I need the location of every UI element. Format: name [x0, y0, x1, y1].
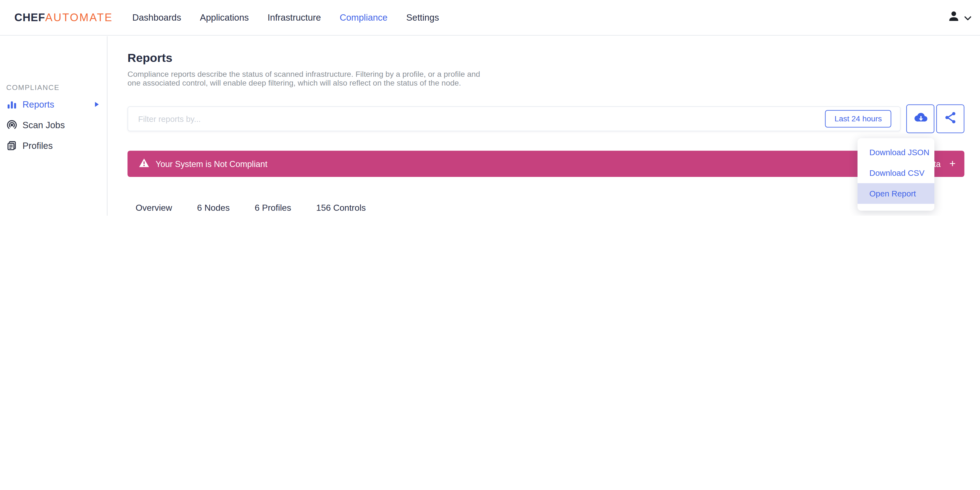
documents-icon [6, 140, 18, 151]
menu-item-download-csv[interactable]: Download CSV [858, 162, 934, 183]
chef-automate-app: CHEFAUTOMATE Dashboards Applications Inf… [0, 0, 980, 216]
sidebar-item-label: Scan Jobs [22, 120, 65, 130]
share-icon [944, 111, 957, 127]
nav-item-dashboards[interactable]: Dashboards [132, 13, 181, 22]
download-report-button[interactable] [906, 104, 934, 133]
nav-item-settings[interactable]: Settings [406, 13, 439, 22]
sidebar-item-reports[interactable]: Reports [0, 96, 107, 113]
main-content: Reports Compliance reports describe the … [108, 36, 980, 216]
brand-logo[interactable]: CHEFAUTOMATE [14, 11, 113, 24]
time-range-button[interactable]: Last 24 hours [825, 110, 891, 128]
sidebar-item-label: Reports [22, 99, 54, 109]
page-title: Reports [127, 51, 172, 65]
tab-controls[interactable]: 156 Controls [308, 202, 374, 216]
page-description: Compliance reports describe the status o… [127, 70, 480, 88]
tab-nodes[interactable]: 6 Nodes [189, 202, 238, 216]
scan-target-icon [6, 119, 18, 131]
tab-overview[interactable]: Overview [127, 202, 180, 216]
nav-item-infrastructure[interactable]: Infrastructure [267, 13, 321, 22]
compliance-status-banner: Your System is Not Compliant ta + [127, 151, 965, 177]
share-report-button[interactable] [936, 104, 964, 133]
sidebar-item-label: Profiles [22, 141, 53, 151]
nav-item-compliance[interactable]: Compliance [340, 13, 388, 22]
banner-clipped-text: ta [934, 159, 941, 169]
chevron-right-icon [95, 102, 99, 107]
banner-right-actions: ta + [934, 158, 956, 170]
report-tabs: Overview 6 Nodes 6 Profiles 156 Controls [127, 202, 383, 216]
page-description-line2: one associated control, will enable deep… [127, 79, 461, 88]
sidebar-section-label: COMPLIANCE [6, 84, 60, 91]
bar-chart-icon [6, 99, 18, 109]
plus-icon[interactable]: + [950, 158, 956, 170]
menu-item-open-report[interactable]: Open Report [858, 183, 934, 204]
cloud-download-icon [912, 111, 928, 127]
page-description-line1: Compliance reports describe the status o… [127, 70, 480, 79]
brand-chef: CHEF [14, 11, 45, 24]
nav-item-applications[interactable]: Applications [200, 13, 249, 22]
sidebar-item-scan-jobs[interactable]: Scan Jobs [0, 117, 107, 133]
user-menu-button[interactable] [948, 10, 974, 25]
tab-profiles[interactable]: 6 Profiles [247, 202, 299, 216]
warning-triangle-icon [138, 158, 150, 170]
filter-bar[interactable]: Last 24 hours [127, 106, 901, 131]
brand-automate: AUTOMATE [45, 11, 113, 24]
banner-message: Your System is Not Compliant [156, 159, 267, 169]
top-nav-items: Dashboards Applications Infrastructure C… [132, 13, 439, 22]
user-profile-icon [948, 10, 960, 25]
chevron-down-icon [964, 12, 971, 23]
top-nav: CHEFAUTOMATE Dashboards Applications Inf… [0, 0, 980, 36]
menu-item-download-json[interactable]: Download JSON [858, 142, 934, 162]
sidebar: COMPLIANCE Reports Scan Jobs Profiles [0, 36, 108, 216]
sidebar-item-profiles[interactable]: Profiles [0, 138, 107, 154]
filter-reports-input[interactable] [138, 114, 825, 124]
download-dropdown-menu: Download JSON Download CSV Open Report [858, 138, 934, 211]
